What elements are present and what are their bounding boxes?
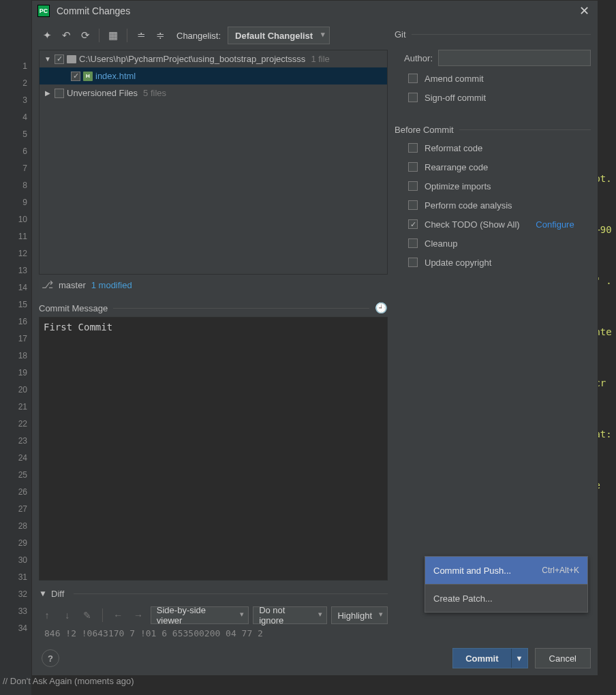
highlight-dropdown[interactable]: Highlight (331, 606, 388, 624)
rearrange-checkbox[interactable] (408, 162, 418, 172)
copyright-label: Update copyright (425, 258, 491, 268)
cleanup-checkbox[interactable] (408, 238, 418, 248)
next-file-icon[interactable]: → (130, 607, 147, 623)
prev-diff-icon[interactable]: ↑ (39, 607, 55, 623)
refresh-icon[interactable]: ⟳ (77, 27, 93, 44)
author-input[interactable] (438, 50, 591, 66)
next-diff-icon[interactable]: ↓ (59, 607, 76, 623)
changelist-dropdown[interactable]: Default Changelist (228, 27, 330, 44)
optimize-label: Optimize imports (425, 181, 491, 191)
commit-message-label: Commit Message (39, 303, 108, 313)
diff-info-text: 846 !2 !0643170 7 !01 6 653500200 04 77 … (39, 626, 388, 638)
author-label: Author: (395, 53, 433, 63)
todo-label: Check TODO (Show All) (425, 219, 520, 230)
chevron-right-icon[interactable]: ▶ (44, 89, 52, 97)
commit-dialog: PC Commit Changes ✕ ✦ ↶ ⟳ ▦ ≐ ≑ Changeli… (31, 0, 598, 676)
cleanup-label: Cleanup (425, 238, 457, 249)
root-path: C:\Users\hp\PycharmProject\using_bootstr… (79, 54, 305, 64)
group-by-icon[interactable]: ▦ (105, 27, 121, 44)
folder-icon (67, 55, 76, 63)
modified-link[interactable]: 1 modified (91, 280, 132, 290)
amend-checkbox[interactable] (408, 74, 418, 83)
analysis-label: Perform code analysis (425, 200, 512, 211)
help-button[interactable]: ? (42, 649, 59, 667)
undo-icon[interactable]: ↶ (58, 27, 74, 44)
prev-file-icon[interactable]: ← (110, 607, 126, 623)
unversioned-label: Unversioned Files (67, 88, 138, 98)
tree-root-row[interactable]: ▼ C:\Users\hp\PycharmProject\using_boots… (40, 50, 387, 67)
root-count: 1 file (311, 54, 329, 64)
create-patch-label: Create Patch... (433, 593, 493, 604)
ignore-whitespace-dropdown[interactable]: Do not ignore (253, 606, 327, 624)
unversioned-count: 5 files (143, 88, 166, 98)
cancel-button[interactable]: Cancel (535, 648, 591, 668)
analysis-checkbox[interactable] (408, 200, 418, 210)
tree-file-row[interactable]: H index.html (40, 67, 387, 84)
chevron-down-icon[interactable]: ▼ (44, 55, 52, 63)
copyright-checkbox[interactable] (408, 258, 418, 267)
optimize-checkbox[interactable] (408, 181, 418, 191)
branch-name: master (59, 280, 86, 290)
app-icon: PC (37, 5, 50, 17)
file-name: index.html (95, 71, 136, 81)
git-section-label: Git (395, 29, 406, 40)
editor-gutter: 1234567891011121314151617181920212223242… (0, 0, 31, 695)
commit-and-push-shortcut: Ctrl+Alt+K (542, 566, 579, 575)
diff-chevron-icon[interactable]: ▼ (39, 589, 47, 598)
commit-popup-menu: Commit and Push... Ctrl+Alt+K Create Pat… (425, 556, 588, 613)
html-file-icon: H (83, 72, 93, 81)
tree-unversioned-row[interactable]: ▶ Unversioned Files 5 files (40, 84, 387, 102)
edit-diff-icon[interactable]: ✎ (80, 607, 96, 623)
changelist-label: Changelist: (176, 31, 221, 41)
commit-and-push-item[interactable]: Commit and Push... Ctrl+Alt+K (425, 557, 587, 584)
commit-message-input[interactable] (39, 317, 388, 581)
commit-dropdown-icon[interactable]: ▼ (511, 649, 527, 668)
collapse-all-icon[interactable]: ≑ (152, 27, 168, 44)
commit-button-label: Commit (453, 653, 510, 664)
bg-status-bar: // Don't Ask Again (moments ago) (0, 676, 616, 691)
expand-all-icon[interactable]: ≐ (133, 27, 149, 44)
viewer-mode-dropdown[interactable]: Side-by-side viewer (151, 606, 249, 624)
configure-link[interactable]: Configure (536, 219, 574, 230)
root-checkbox[interactable] (55, 55, 64, 64)
todo-checkbox[interactable] (408, 219, 418, 229)
unversioned-checkbox[interactable] (55, 89, 64, 98)
reformat-checkbox[interactable] (408, 143, 418, 153)
reformat-label: Reformat code (425, 143, 482, 153)
signoff-checkbox[interactable] (408, 93, 418, 102)
before-commit-label: Before Commit (395, 125, 454, 135)
show-diff-icon[interactable]: ✦ (39, 27, 55, 44)
file-checkbox[interactable] (71, 72, 80, 81)
commit-button[interactable]: Commit ▼ (452, 648, 527, 668)
commit-and-push-label: Commit and Push... (433, 566, 511, 576)
rearrange-label: Rearrange code (425, 162, 488, 172)
signoff-label: Sign-off commit (425, 93, 486, 103)
changes-tree[interactable]: ▼ C:\Users\hp\PycharmProject\using_boots… (39, 50, 388, 275)
dialog-title: Commit Changes (57, 5, 576, 16)
branch-icon: ⎇ (42, 279, 53, 291)
history-icon[interactable]: 🕘 (375, 302, 388, 314)
create-patch-item[interactable]: Create Patch... (425, 585, 587, 612)
close-icon[interactable]: ✕ (576, 2, 592, 20)
diff-label: Diff (51, 589, 64, 599)
amend-label: Amend commit (425, 74, 484, 84)
